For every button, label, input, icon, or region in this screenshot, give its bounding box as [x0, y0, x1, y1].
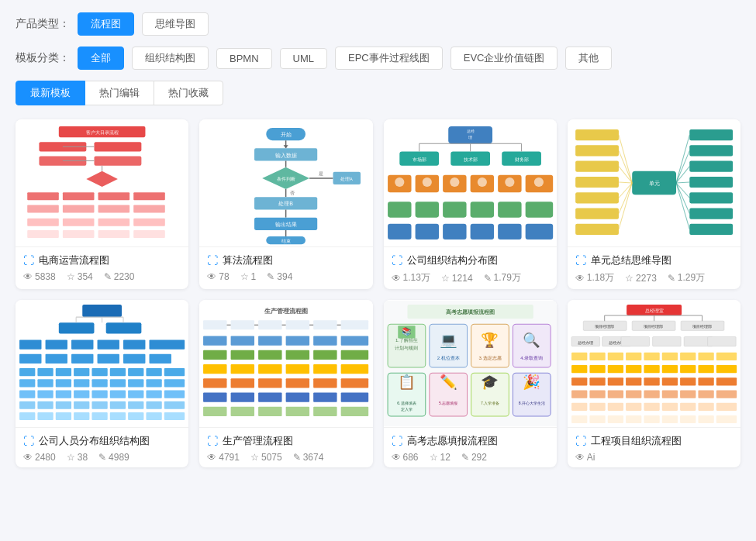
svg-rect-184	[164, 412, 185, 420]
card-type-icon-7: ⛶	[392, 435, 402, 447]
svg-text:条件判断: 条件判断	[277, 176, 295, 181]
card-algorithm[interactable]: 开始 输入数据 条件判断 是 处理A	[199, 119, 372, 289]
card-mindmap[interactable]: 单元	[568, 119, 740, 289]
svg-rect-187	[203, 320, 226, 329]
card-stats-4: 👁 1.18万 ☆ 2273 ✎ 1.29万	[575, 271, 733, 284]
svg-point-72	[422, 177, 431, 187]
svg-text:📚: 📚	[401, 326, 411, 336]
svg-rect-218	[258, 378, 281, 388]
svg-rect-143	[74, 368, 89, 376]
card-engineering[interactable]: 总经理室 项目经理部 项目经理部 项目经理部 总经办理	[568, 300, 740, 467]
svg-rect-299	[662, 365, 678, 373]
svg-rect-93	[689, 145, 733, 156]
card-staff-org[interactable]: ⛶ 公司人员分布组织结构图 👁 2480 ☆ 38 ✎ 4989	[16, 300, 188, 467]
svg-rect-25	[98, 230, 130, 238]
category-uml[interactable]: UML	[280, 48, 327, 69]
svg-rect-290	[662, 353, 678, 360]
category-org[interactable]: 组织结构图	[132, 47, 209, 70]
category-other[interactable]: 其他	[565, 47, 612, 70]
sort-tabs: 最新模板 热门编辑 热门收藏	[16, 81, 740, 105]
card-gaokao[interactable]: 高考志愿填报流程图 1.了解招生 计划与规则 📚 2.机位查本 💻 3.选定志	[384, 300, 557, 467]
svg-rect-11	[133, 192, 165, 200]
views-count: 5838	[35, 271, 56, 282]
stars-icon-6: ☆	[250, 452, 259, 463]
svg-text:处理A: 处理A	[340, 176, 354, 181]
svg-rect-130	[71, 340, 93, 350]
svg-rect-329	[716, 403, 737, 411]
category-all[interactable]: 全部	[78, 47, 124, 70]
card-thumb-production: 生产管理流程图	[199, 300, 372, 428]
category-bpmn[interactable]: BPMN	[216, 48, 272, 69]
svg-rect-210	[203, 364, 226, 374]
svg-text:客户大日录流程: 客户大日录流程	[86, 129, 119, 135]
svg-text:生产管理流程图: 生产管理流程图	[264, 307, 308, 315]
svg-rect-151	[56, 379, 71, 387]
category-epc[interactable]: EPC事件过程线图	[335, 47, 443, 70]
edits-icon-6: ✎	[293, 452, 301, 463]
product-type-flowchart[interactable]: 流程图	[78, 12, 134, 36]
svg-text:结束: 结束	[281, 238, 291, 243]
sort-hot-collect[interactable]: 热门收藏	[154, 81, 223, 105]
views-count-5: 2480	[35, 452, 56, 463]
sort-latest[interactable]: 最新模板	[16, 81, 85, 105]
svg-rect-296	[608, 365, 623, 373]
svg-text:财务部: 财务部	[514, 157, 528, 162]
svg-rect-12	[27, 205, 59, 212]
svg-rect-306	[626, 377, 641, 385]
product-type-mindmap[interactable]: 思维导图	[142, 12, 209, 36]
svg-rect-332	[608, 415, 623, 423]
svg-rect-78	[415, 202, 438, 217]
svg-rect-323	[608, 403, 623, 411]
svg-rect-327	[680, 403, 696, 411]
edits-count-6: 3674	[303, 452, 324, 463]
svg-rect-152	[74, 379, 89, 387]
svg-rect-179	[74, 412, 89, 420]
svg-rect-292	[698, 353, 713, 360]
sort-hot-edit[interactable]: 热门编辑	[85, 81, 154, 105]
svg-rect-128	[19, 340, 41, 350]
svg-rect-147	[146, 368, 161, 376]
template-category-label: 模板分类：	[16, 51, 70, 65]
edits-icon-7: ✎	[461, 452, 469, 463]
svg-rect-319	[698, 391, 713, 398]
svg-rect-316	[644, 391, 659, 398]
stat-stars-5: ☆ 38	[67, 452, 88, 463]
svg-rect-204	[203, 350, 226, 360]
card-ecommerce[interactable]: 客户大日录流程	[16, 119, 188, 289]
stat-views-8: 👁 Ai	[575, 452, 595, 463]
svg-rect-24	[63, 230, 95, 238]
svg-rect-297	[626, 365, 641, 373]
svg-rect-141	[37, 368, 53, 376]
category-evc[interactable]: EVC企业价值链图	[450, 47, 558, 70]
svg-rect-220	[313, 378, 337, 388]
card-company-org[interactable]: 总经 理 市场部 技术部 财务部	[384, 119, 557, 289]
svg-rect-5	[94, 142, 141, 151]
svg-rect-136	[71, 354, 93, 364]
svg-rect-231	[286, 407, 309, 416]
svg-rect-81	[498, 202, 521, 217]
svg-text:输入数据: 输入数据	[275, 153, 297, 159]
card-stats-2: 👁 78 ☆ 1 ✎ 394	[207, 271, 364, 282]
stat-views-6: 👁 4791	[207, 452, 240, 463]
card-stats: 👁 5838 ☆ 354 ✎ 2230	[23, 271, 181, 282]
views-count-2: 78	[219, 271, 229, 282]
svg-text:📋: 📋	[397, 374, 415, 391]
stat-stars-6: ☆ 5075	[250, 452, 282, 463]
svg-rect-208	[313, 350, 337, 360]
card-title-7: 高考志愿填报流程图	[407, 434, 498, 448]
stars-icon-3: ☆	[441, 273, 450, 284]
svg-rect-146	[128, 368, 143, 376]
svg-rect-324	[626, 403, 641, 411]
svg-rect-233	[341, 407, 369, 416]
svg-rect-225	[286, 393, 309, 402]
svg-rect-219	[286, 378, 309, 388]
svg-rect-131	[98, 340, 119, 350]
card-production[interactable]: 生产管理流程图	[199, 300, 372, 467]
card-type-icon-6: ⛶	[207, 435, 218, 447]
views-icon-3: 👁	[392, 273, 401, 284]
card-title-3: 公司组织结构分布图	[407, 253, 498, 267]
stat-edits: ✎ 2230	[104, 271, 135, 282]
card-type-icon-2: ⛶	[207, 254, 218, 267]
svg-rect-135	[46, 354, 67, 364]
svg-rect-83	[388, 224, 411, 239]
